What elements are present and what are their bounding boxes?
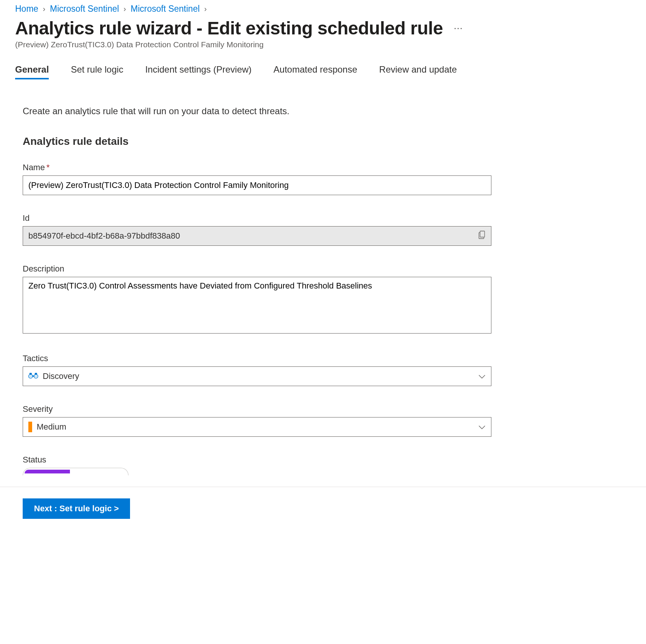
chevron-right-icon: › <box>43 5 45 13</box>
tab-incident-settings[interactable]: Incident settings (Preview) <box>145 64 251 79</box>
footer-divider <box>0 487 646 487</box>
tab-set-rule-logic[interactable]: Set rule logic <box>71 64 123 79</box>
page-subtitle: (Preview) ZeroTrust(TIC3.0) Data Protect… <box>15 40 631 49</box>
id-label: Id <box>23 213 507 223</box>
name-input[interactable] <box>23 175 491 195</box>
severity-value: Medium <box>37 422 66 432</box>
tactics-label: Tactics <box>23 354 507 363</box>
section-heading: Analytics rule details <box>23 135 507 147</box>
tab-automated-response[interactable]: Automated response <box>274 64 357 79</box>
svg-rect-3 <box>32 376 34 377</box>
svg-rect-5 <box>35 373 37 375</box>
breadcrumb-link-home[interactable]: Home <box>15 4 38 14</box>
tactics-value: Discovery <box>43 371 79 381</box>
next-button[interactable]: Next : Set rule logic > <box>23 498 130 519</box>
svg-point-2 <box>34 374 38 378</box>
required-asterisk: * <box>46 163 50 172</box>
page-title: Analytics rule wizard - Edit existing sc… <box>15 18 443 39</box>
severity-label: Severity <box>23 404 507 414</box>
tactics-select[interactable]: Discovery <box>23 366 491 386</box>
name-label: Name* <box>23 163 507 172</box>
status-toggle[interactable] <box>23 468 129 475</box>
breadcrumb-link-sentinel-2[interactable]: Microsoft Sentinel <box>131 4 200 14</box>
more-actions-button[interactable]: ⋯ <box>451 22 466 35</box>
chevron-right-icon: › <box>204 5 207 13</box>
chevron-down-icon <box>478 371 486 381</box>
breadcrumb: Home › Microsoft Sentinel › Microsoft Se… <box>15 4 631 14</box>
svg-point-1 <box>29 374 33 378</box>
severity-color-icon <box>28 422 32 432</box>
severity-select[interactable]: Medium <box>23 417 491 437</box>
status-label: Status <box>23 455 507 465</box>
copy-icon[interactable] <box>478 231 486 241</box>
id-field: b854970f-ebcd-4bf2-b68a-97bbdf838a80 <box>23 226 491 246</box>
description-label: Description <box>23 264 507 274</box>
svg-rect-0 <box>480 231 485 237</box>
chevron-down-icon <box>478 422 486 432</box>
breadcrumb-link-sentinel-1[interactable]: Microsoft Sentinel <box>50 4 119 14</box>
description-textarea[interactable] <box>23 277 491 334</box>
chevron-right-icon: › <box>124 5 126 13</box>
tab-general[interactable]: General <box>15 64 49 79</box>
binoculars-icon <box>28 372 38 381</box>
id-value: b854970f-ebcd-4bf2-b68a-97bbdf838a80 <box>28 231 180 241</box>
tab-review-update[interactable]: Review and update <box>379 64 457 79</box>
tabs: General Set rule logic Incident settings… <box>15 64 631 79</box>
svg-rect-4 <box>29 373 32 375</box>
intro-text: Create an analytics rule that will run o… <box>23 106 507 116</box>
